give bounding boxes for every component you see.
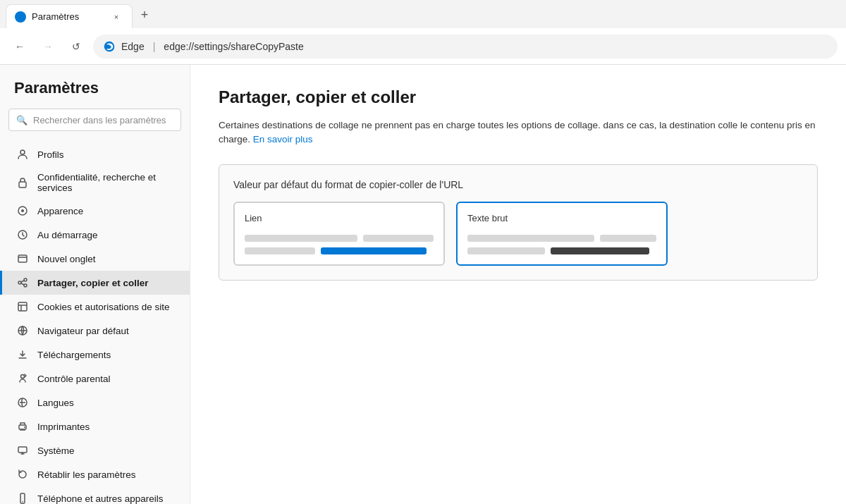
svg-point-18	[22, 501, 23, 503]
format-option-lien-title: Lien	[245, 213, 434, 223]
sidebar-item-systeme[interactable]: Système	[0, 438, 190, 462]
search-icon: 🔍	[16, 115, 27, 125]
tab-close-button[interactable]: ×	[109, 10, 123, 24]
cookies-icon	[16, 300, 29, 313]
sidebar-item-demarrage-label: Au démarrage	[37, 230, 98, 240]
texte-mock-line-dark	[551, 247, 649, 254]
svg-point-15	[24, 426, 25, 428]
navigateur-icon	[16, 324, 29, 337]
sidebar-item-langues[interactable]: Langues	[0, 391, 190, 414]
svg-point-4	[21, 209, 24, 212]
address-brand: Edge	[121, 41, 145, 52]
telechargements-icon	[16, 348, 29, 361]
sidebar-item-navigateur[interactable]: Navigateur par défaut	[0, 319, 190, 343]
demarrage-icon	[16, 228, 29, 241]
lien-mock-row-2	[245, 247, 434, 254]
sidebar-item-telephone[interactable]: Téléphone et autres appareils	[0, 486, 190, 504]
nouvel-onglet-icon	[16, 252, 29, 265]
sidebar-item-partager[interactable]: Partager, copier et coller	[0, 271, 190, 295]
format-option-texte[interactable]: Texte brut	[456, 202, 668, 266]
lien-mock-line-3	[245, 247, 315, 254]
sidebar-item-cookies-label: Cookies et autorisations de site	[37, 302, 170, 312]
page-description: Certaines destinations de collage ne pre…	[219, 118, 818, 147]
format-option-lien[interactable]: Lien	[233, 202, 445, 266]
back-button[interactable]: ←	[8, 35, 31, 58]
sidebar-item-imprimantes-label: Imprimantes	[37, 422, 90, 432]
sidebar-item-controle[interactable]: Contrôle parental	[0, 367, 190, 391]
texte-mock-line-1	[467, 235, 594, 242]
tab-title: Paramètres	[32, 11, 104, 22]
sidebar-title: Paramètres	[0, 79, 190, 109]
tab-favicon	[15, 11, 26, 23]
address-bar: ← → ↺ Edge | edge://settings/shareCopyPa…	[0, 28, 846, 65]
partager-icon	[16, 276, 29, 289]
svg-rect-2	[19, 182, 26, 188]
profils-icon	[16, 148, 29, 161]
sidebar-item-langues-label: Langues	[37, 398, 74, 408]
search-box[interactable]: 🔍 Rechercher dans les paramètres	[8, 109, 181, 131]
lien-mock-line-1	[245, 235, 357, 242]
controle-icon	[16, 372, 29, 385]
forward-button[interactable]: →	[37, 35, 59, 58]
lien-mock-preview	[245, 235, 434, 254]
tab-parametres[interactable]: Paramètres ×	[6, 4, 133, 28]
sidebar-item-apparence[interactable]: Apparence	[0, 199, 190, 223]
main-content: Paramètres 🔍 Rechercher dans les paramèt…	[0, 65, 846, 504]
svg-rect-10	[18, 302, 27, 311]
search-input[interactable]: Rechercher dans les paramètres	[33, 115, 166, 125]
texte-mock-row-2	[467, 247, 656, 254]
sidebar-item-nouvel-onglet[interactable]: Nouvel onglet	[0, 247, 190, 271]
confidentialite-icon	[16, 176, 29, 189]
new-tab-button[interactable]: +	[133, 3, 157, 27]
page-title: Partager, copier et coller	[219, 87, 818, 107]
tab-bar: Paramètres × +	[0, 0, 846, 28]
sidebar: Paramètres 🔍 Rechercher dans les paramèt…	[0, 65, 190, 504]
telephone-icon	[16, 492, 29, 504]
systeme-icon	[16, 444, 29, 457]
svg-point-1	[20, 150, 25, 154]
learn-more-link[interactable]: En savoir plus	[253, 134, 313, 145]
texte-mock-line-3	[467, 247, 545, 254]
sidebar-item-demarrage[interactable]: Au démarrage	[0, 223, 190, 247]
apparence-icon	[16, 204, 29, 217]
sidebar-item-telephone-label: Téléphone et autres appareils	[37, 493, 164, 504]
langues-icon	[16, 396, 29, 409]
sidebar-item-navigateur-label: Navigateur par défaut	[37, 326, 129, 336]
url-format-card: Valeur par défaut du format de copier-co…	[219, 164, 818, 281]
sidebar-item-profils[interactable]: Profils	[0, 142, 190, 166]
sidebar-item-confidentialite[interactable]: Confidentialité, recherche et services	[0, 166, 190, 199]
sidebar-item-partager-label: Partager, copier et coller	[37, 278, 149, 288]
sidebar-item-imprimantes[interactable]: Imprimantes	[0, 414, 190, 438]
format-options: Lien	[233, 202, 803, 266]
svg-point-12	[21, 375, 25, 379]
card-title: Valeur par défaut du format de copier-co…	[233, 179, 803, 190]
svg-rect-16	[18, 447, 27, 453]
lien-mock-line-blue	[321, 247, 427, 254]
sidebar-item-apparence-label: Apparence	[37, 206, 83, 216]
texte-mock-preview	[467, 235, 656, 254]
sidebar-item-retablir[interactable]: Rétablir les paramètres	[0, 462, 190, 486]
sidebar-item-controle-label: Contrôle parental	[37, 374, 111, 384]
sidebar-item-confidentialite-label: Confidentialité, recherche et services	[37, 172, 176, 193]
lien-mock-line-2	[363, 235, 434, 242]
address-input[interactable]: Edge | edge://settings/shareCopyPaste	[93, 35, 838, 59]
sidebar-item-retablir-label: Rétablir les paramètres	[37, 469, 136, 480]
refresh-button[interactable]: ↺	[65, 35, 87, 58]
svg-rect-6	[18, 255, 27, 262]
sidebar-item-telechargements[interactable]: Téléchargements	[0, 343, 190, 367]
sidebar-item-cookies[interactable]: Cookies et autorisations de site	[0, 295, 190, 319]
imprimantes-icon	[16, 420, 29, 433]
page-content: Partager, copier et coller Certaines des…	[190, 65, 846, 504]
svg-point-0	[16, 13, 25, 21]
sidebar-item-systeme-label: Système	[37, 445, 75, 456]
sidebar-item-profils-label: Profils	[37, 149, 64, 160]
texte-mock-line-2	[600, 235, 656, 242]
texte-mock-row-1	[467, 235, 656, 242]
retablir-icon	[16, 468, 29, 481]
browser-window: Paramètres × + ← → ↺ Edge | edge://setti…	[0, 0, 846, 504]
lien-mock-row-1	[245, 235, 434, 242]
edge-logo-icon	[103, 40, 116, 53]
sidebar-item-nouvel-onglet-label: Nouvel onglet	[37, 254, 96, 264]
address-url: edge://settings/shareCopyPaste	[164, 41, 303, 52]
address-divider: |	[153, 41, 156, 52]
